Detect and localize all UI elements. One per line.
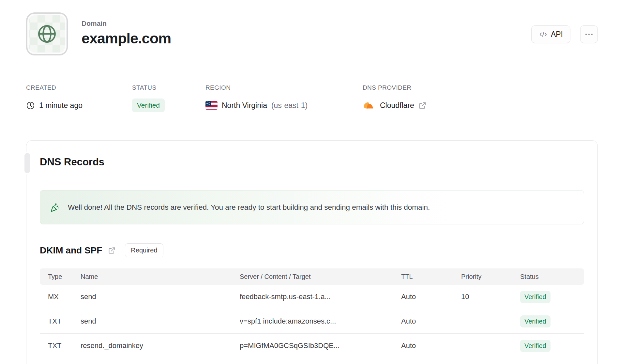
record-ttl: Auto [401,341,461,350]
region-label: REGION [205,84,363,91]
record-content[interactable]: p=MIGfMA0GCSqGSIb3DQE... [240,341,401,350]
card-scroll-notch [24,153,30,173]
globe-icon [36,23,58,45]
record-priority: 10 [461,293,520,301]
table-row: MX send feedback-smtp.us-east-1.a... Aut… [40,285,584,309]
dns-records-card: DNS Records Well done! All the DNS recor… [26,140,598,364]
external-link-icon[interactable] [108,247,116,254]
record-ttl: Auto [401,317,461,326]
column-header-content: Server / Content / Target [240,273,401,281]
record-status-badge: Verified [520,291,551,303]
created-value: 1 minute ago [39,101,83,110]
record-ttl: Auto [401,293,461,301]
api-button[interactable]: API [531,25,570,43]
dns-provider-label: DNS PROVIDER [363,84,427,91]
record-content[interactable]: feedback-smtp.us-east-1.a... [240,293,401,301]
column-header-ttl: TTL [401,273,461,281]
page-kicker: Domain [82,20,171,27]
table-row: TXT send v=spf1 include:amazonses.c... A… [40,309,584,334]
meta-region: REGION [205,84,363,113]
dns-provider-value: Cloudflare [380,101,414,110]
domain-meta-row: CREATED 1 minute ago STATUS Verified REG… [26,84,598,113]
record-status-badge: Verified [520,315,551,327]
success-banner: Well done! All the DNS records are verif… [40,190,584,224]
region-value: North Virginia [222,101,267,110]
meta-status: STATUS Verified [132,84,205,113]
code-icon [539,30,548,39]
us-flag-icon [205,101,218,110]
record-status-badge: Verified [520,340,551,352]
party-popper-icon [50,202,61,213]
status-label: STATUS [132,84,205,91]
page-title: example.com [82,30,171,47]
success-banner-message: Well done! All the DNS records are verif… [68,203,430,212]
domain-avatar [26,12,68,55]
dns-records-table: Type Name Server / Content / Target TTL … [40,268,584,358]
record-type: MX [40,293,81,301]
record-name: send [81,293,240,301]
domain-detail-page: Domain example.com API [26,0,598,364]
required-badge: Required [125,243,163,257]
record-content[interactable]: v=spf1 include:amazonses.c... [240,317,401,326]
header-actions: API [531,12,598,43]
meta-created: CREATED 1 minute ago [26,84,132,113]
column-header-name: Name [81,273,240,281]
region-code: (us-east-1) [271,101,308,110]
clock-icon [26,101,35,110]
record-name: send [81,317,240,326]
page-header: Domain example.com API [26,12,598,55]
column-header-status: Status [520,273,584,281]
more-options-button[interactable] [580,25,598,43]
column-header-priority: Priority [461,273,520,281]
dns-records-title: DNS Records [40,156,584,168]
ellipsis-icon [585,33,593,36]
record-name: resend._domainkey [81,341,240,350]
status-badge: Verified [132,99,165,112]
record-type: TXT [40,341,81,350]
meta-dns-provider: DNS PROVIDER Cloudflare [363,84,427,113]
page-title-block: Domain example.com [82,12,171,47]
api-button-label: API [551,30,563,39]
table-header-row: Type Name Server / Content / Target TTL … [40,268,584,285]
column-header-type: Type [40,273,81,281]
dkim-spf-section-header: DKIM and SPF Required [40,243,584,257]
table-row: TXT resend._domainkey p=MIGfMA0GCSqGSIb3… [40,334,584,358]
dkim-spf-title: DKIM and SPF [40,245,102,256]
created-label: CREATED [26,84,132,91]
cloudflare-icon [363,101,376,110]
external-link-icon[interactable] [418,101,427,110]
record-type: TXT [40,317,81,326]
